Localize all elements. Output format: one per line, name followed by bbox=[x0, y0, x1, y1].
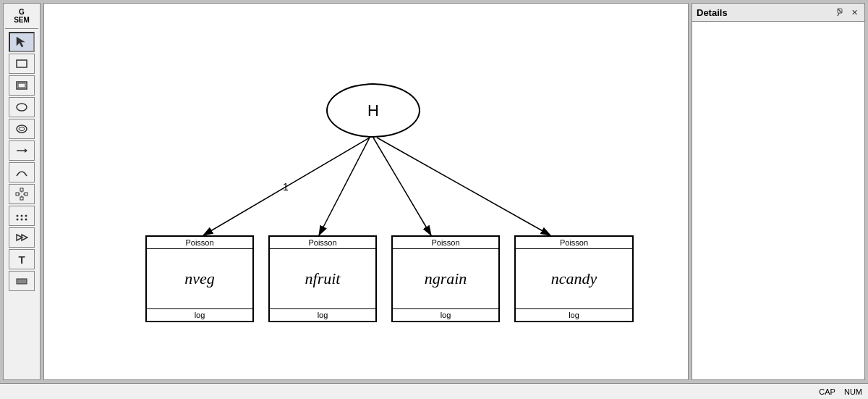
rectangle-inner-tool-btn[interactable] bbox=[9, 75, 35, 96]
node-ngrain-label: ngrain bbox=[393, 249, 498, 308]
text-tool-icon: T bbox=[18, 253, 25, 266]
text-tool-btn[interactable]: T bbox=[9, 249, 35, 269]
svg-line-28 bbox=[319, 138, 370, 235]
edge-label-1: 1 bbox=[283, 181, 289, 193]
svg-marker-0 bbox=[17, 37, 25, 47]
node-nveg[interactable]: Poisson nveg log bbox=[145, 235, 254, 322]
arrow2-tool-btn[interactable] bbox=[9, 227, 35, 248]
canvas-area[interactable]: 1 H Poisson nveg log Poisson nfruit log … bbox=[43, 3, 689, 380]
arrow-tool-btn[interactable] bbox=[9, 140, 35, 161]
svg-point-22 bbox=[25, 219, 27, 221]
node-nfruit[interactable]: Poisson nfruit log bbox=[268, 235, 377, 322]
node-nveg-label: nveg bbox=[147, 249, 252, 308]
rect-filled-tool-btn[interactable] bbox=[9, 271, 35, 291]
svg-point-21 bbox=[21, 219, 23, 221]
svg-point-18 bbox=[21, 215, 23, 217]
node-ncandy-dist: Poisson bbox=[516, 237, 632, 249]
node-nveg-dist: Poisson bbox=[147, 237, 252, 249]
main-container: G SEM bbox=[0, 0, 868, 383]
num-status: NUM bbox=[844, 387, 862, 396]
status-bar: CAP NUM bbox=[0, 383, 868, 399]
node-ngrain[interactable]: Poisson ngrain log bbox=[391, 235, 500, 322]
left-toolbar: G SEM bbox=[3, 3, 41, 380]
node-ngrain-dist: Poisson bbox=[393, 237, 498, 249]
ellipse-outer-tool-btn[interactable] bbox=[9, 97, 35, 117]
details-panel: Details ✕ bbox=[692, 3, 865, 380]
node-ngrain-link: log bbox=[393, 308, 498, 321]
svg-rect-11 bbox=[20, 197, 23, 200]
pointer-tool-btn[interactable] bbox=[9, 32, 35, 52]
rectangle-outer-tool-btn[interactable] bbox=[9, 54, 35, 74]
svg-line-31 bbox=[838, 9, 842, 13]
details-header: Details ✕ bbox=[692, 4, 864, 22]
svg-point-4 bbox=[17, 104, 27, 111]
svg-rect-3 bbox=[18, 83, 25, 88]
dots-tool-btn[interactable] bbox=[9, 206, 35, 226]
node-nfruit-label: nfruit bbox=[270, 249, 375, 308]
svg-point-5 bbox=[17, 125, 27, 133]
svg-rect-1 bbox=[17, 60, 27, 67]
node-nveg-link: log bbox=[147, 308, 252, 321]
arc-tool-btn[interactable] bbox=[9, 162, 35, 182]
svg-rect-12 bbox=[25, 193, 27, 196]
svg-marker-8 bbox=[25, 148, 27, 153]
diagram-svg bbox=[44, 4, 688, 379]
svg-line-29 bbox=[373, 138, 431, 235]
node-ncandy[interactable]: Poisson ncandy log bbox=[514, 235, 634, 322]
svg-rect-10 bbox=[20, 188, 23, 191]
cap-status: CAP bbox=[819, 387, 835, 396]
svg-line-32 bbox=[838, 13, 839, 16]
svg-rect-9 bbox=[16, 193, 19, 196]
close-icon[interactable]: ✕ bbox=[848, 7, 860, 18]
svg-point-20 bbox=[17, 219, 19, 221]
network-tool-btn[interactable] bbox=[9, 184, 35, 204]
details-title: Details bbox=[697, 7, 728, 18]
details-icons: ✕ bbox=[834, 7, 860, 18]
node-H[interactable]: H bbox=[326, 83, 420, 138]
node-nfruit-dist: Poisson bbox=[270, 237, 375, 249]
toolbar-g-label: G SEM bbox=[14, 7, 30, 25]
ellipse-inner-tool-btn[interactable] bbox=[9, 119, 35, 139]
node-ncandy-label: ncandy bbox=[516, 249, 632, 308]
svg-rect-25 bbox=[17, 279, 27, 284]
pin-icon[interactable] bbox=[834, 7, 846, 18]
svg-point-6 bbox=[19, 127, 25, 131]
svg-point-19 bbox=[25, 215, 27, 217]
details-content bbox=[692, 22, 864, 379]
svg-line-30 bbox=[377, 138, 550, 235]
node-nfruit-link: log bbox=[270, 308, 375, 321]
node-H-label: H bbox=[367, 101, 379, 120]
svg-point-17 bbox=[17, 215, 19, 217]
node-ncandy-link: log bbox=[516, 308, 632, 321]
